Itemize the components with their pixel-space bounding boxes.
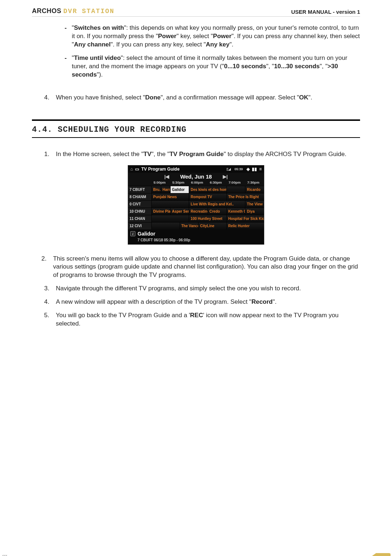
time-header-row: 5:00pm 5:30pm 6:00pm 6:30pm 7:00pm 7:30p… [128,180,264,186]
program-cell[interactable]: Credo [208,208,226,215]
guide-grid[interactable]: 7 CBUFTBru..Harr..GalidorDes kiwis et de… [128,186,264,229]
channel-label[interactable]: 7 CBUFT [128,186,151,193]
step-text: Navigate through the different TV progra… [56,285,301,293]
detail-subtitle: 7 CBUFT 06/18 05:30p - 06:00p [128,238,264,244]
program-cell[interactable]: Diya [245,208,264,215]
program-cell[interactable]: Kenneth C.. [226,208,245,215]
home-icon[interactable]: ⌂ [130,167,133,172]
channel-label[interactable]: 10 CHNU [128,208,151,215]
info-icon[interactable]: i [130,231,135,236]
guide-title: TV Program Guide [141,167,179,172]
program-cell[interactable]: Hospital For Sick Kids [226,215,264,222]
bullet-item: - "Time until video": select the amount … [65,54,360,79]
brand-logo: ARCHOS DVR STATION [32,7,114,15]
section-title: 4.4. SCHEDULING YOUR RECORDING [32,123,360,137]
program-cell[interactable]: The Price Is Right [226,193,264,200]
step-number: 2. [41,255,46,280]
clock-readout: 05:39 [234,167,243,171]
step-number: 4. [41,298,49,306]
program-cell[interactable]: Punjabi News [151,193,189,200]
program-cell[interactable]: Live With Regis and Kel.. [189,201,245,208]
manual-version: USER MANUAL - version 1 [291,9,360,15]
brand-name: ARCHOS [32,7,61,15]
program-cell[interactable] [226,186,245,193]
bullet-list: - "Switches on with": this depends on wh… [65,24,360,79]
time-slot: 5:00pm [151,180,170,186]
program-cell[interactable]: The View [245,201,264,208]
time-slot: 6:00pm [189,180,208,186]
step-number: 1. [41,150,49,159]
channel-label[interactable]: 12 CIVI [128,222,151,229]
step-number: 3. [41,285,49,293]
prev-day-icon[interactable]: |◀ [164,174,170,179]
time-slot: 7:00pm [226,180,245,186]
program-cell[interactable]: Relic Hunter [226,222,264,229]
battery-icon: ▮▮ [252,167,257,172]
program-cell[interactable]: Asper Seri.. [170,208,189,215]
step-text: This screen's menu items will allow you … [53,255,360,280]
program-cell[interactable]: Ricardo [245,186,264,193]
channel-label[interactable]: 11 CHAN [128,215,151,222]
program-cell[interactable] [151,201,189,208]
program-cell[interactable] [151,222,180,229]
footer-left-decor: ((( [1,554,7,556]
wifi-icon: ◈ [246,167,250,172]
bullet-dash: - [65,24,67,49]
section-rule [32,137,360,138]
channel-label[interactable]: 0 CIVT [128,200,151,208]
program-cell[interactable] [151,215,189,222]
program-cell[interactable]: Recreating.. [189,208,208,215]
program-cell[interactable]: Galidor [170,186,189,193]
product-name: DVR STATION [64,8,115,15]
step-number: 4. [41,94,49,102]
program-cell[interactable]: The Vanco.. [180,222,199,229]
ordered-steps: 1. In the Home screen, select the "TV", … [41,150,360,159]
page-footer: ((( 17 [0,553,392,556]
bullet-label: Switches on with [74,24,124,31]
program-cell[interactable]: CityLine [198,222,226,229]
guide-date: Wed, Jun 18 [180,173,212,180]
page-header: ARCHOS DVR STATION USER MANUAL - version… [32,4,360,17]
program-cell[interactable]: Bru.. [151,186,161,193]
detail-title: Galidor [138,231,155,237]
bullet-label: Time until video [74,54,121,61]
program-cell[interactable]: Des kiwis et des hommes [189,186,226,193]
ordered-steps-cont: 2. This screen's menu items will allow y… [41,255,360,328]
step-finish: 4. When you have finished, select "Done"… [41,94,360,102]
signal-icon: ▯◢ [226,167,231,171]
time-slot: 7:30pm [245,180,264,186]
page-number: 17 [376,553,391,556]
time-slot: 5:30pm [170,180,189,186]
program-cell[interactable]: 100 Huntley Street [189,215,226,222]
next-day-icon[interactable]: ▶| [223,174,228,179]
page-number-pill: 17 [369,553,391,556]
bullet-dash: - [65,54,67,79]
program-cell[interactable]: Harr.. [161,186,170,193]
program-cell[interactable]: Divine Plan [151,208,170,215]
program-cell[interactable]: Rompost TV [189,193,226,200]
time-slot: 6:30pm [208,180,226,186]
tv-program-guide-screenshot: ⌂ ▭ TV Program Guide ▯◢ 05:39 ◈ ▮▮ ≡ |◀ … [128,165,264,245]
section-rule [32,119,360,121]
channel-label[interactable]: 8 CHANM [128,193,151,200]
step-number: 5. [41,311,49,328]
bullet-item: - "Switches on with": this depends on wh… [65,24,360,49]
tv-icon: ▭ [135,167,139,172]
menu-icon[interactable]: ≡ [259,167,262,172]
